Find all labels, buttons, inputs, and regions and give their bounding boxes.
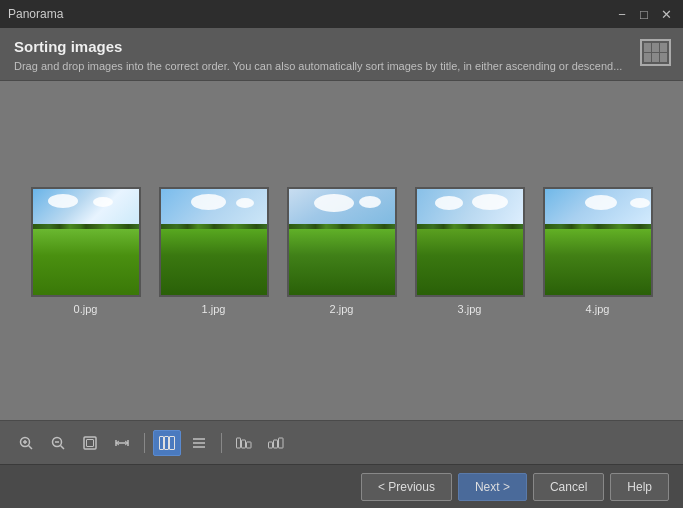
svg-line-1 [29,445,33,449]
image-sort-area[interactable]: 0.jpg 1.jpg [0,81,683,420]
previous-button[interactable]: < Previous [361,473,452,501]
svg-rect-22 [237,438,241,448]
images-container: 0.jpg 1.jpg [31,187,653,315]
image-label-2: 2.jpg [330,303,354,315]
minimize-button[interactable]: − [613,5,631,23]
window-controls: − □ ✕ [613,5,675,23]
list-item[interactable]: 1.jpg [159,187,269,315]
sort-asc-button[interactable] [230,430,258,456]
image-thumbnail-3[interactable] [415,187,525,297]
svg-rect-25 [269,442,273,448]
svg-rect-7 [84,437,96,449]
toolbar [0,420,683,464]
svg-line-5 [61,445,65,449]
list-item[interactable]: 4.jpg [543,187,653,315]
header-description: Drag and drop images into the correct or… [14,59,669,74]
fit-page-button[interactable] [76,430,104,456]
view-filmstrip-button[interactable] [153,430,181,456]
image-label-1: 1.jpg [202,303,226,315]
zoom-out-button[interactable] [44,430,72,456]
close-button[interactable]: ✕ [657,5,675,23]
window-title: Panorama [8,7,63,21]
fit-width-button[interactable] [108,430,136,456]
svg-rect-27 [279,438,284,448]
image-thumbnail-4[interactable] [543,187,653,297]
svg-rect-8 [87,439,94,446]
image-label-4: 4.jpg [586,303,610,315]
cancel-button[interactable]: Cancel [533,473,604,501]
page-title: Sorting images [14,38,669,55]
svg-rect-23 [242,440,246,448]
image-thumbnail-2[interactable] [287,187,397,297]
image-label-0: 0.jpg [74,303,98,315]
title-bar: Panorama − □ ✕ [0,0,683,28]
sort-desc-button[interactable] [262,430,290,456]
header: Sorting images Drag and drop images into… [0,28,683,81]
footer: < Previous Next > Cancel Help [0,464,683,508]
toolbar-separator-2 [221,433,222,453]
filmstrip-icon [639,38,671,66]
svg-rect-18 [170,436,175,449]
svg-rect-26 [274,440,278,448]
svg-rect-24 [247,442,252,448]
image-thumbnail-1[interactable] [159,187,269,297]
list-item[interactable]: 3.jpg [415,187,525,315]
next-button[interactable]: Next > [458,473,527,501]
image-thumbnail-0[interactable] [31,187,141,297]
maximize-button[interactable]: □ [635,5,653,23]
toolbar-separator-1 [144,433,145,453]
view-list-button[interactable] [185,430,213,456]
image-label-3: 3.jpg [458,303,482,315]
svg-rect-16 [160,436,164,449]
help-button[interactable]: Help [610,473,669,501]
main-panel: Sorting images Drag and drop images into… [0,28,683,508]
list-item[interactable]: 0.jpg [31,187,141,315]
zoom-in-button[interactable] [12,430,40,456]
svg-rect-17 [165,436,169,449]
list-item[interactable]: 2.jpg [287,187,397,315]
